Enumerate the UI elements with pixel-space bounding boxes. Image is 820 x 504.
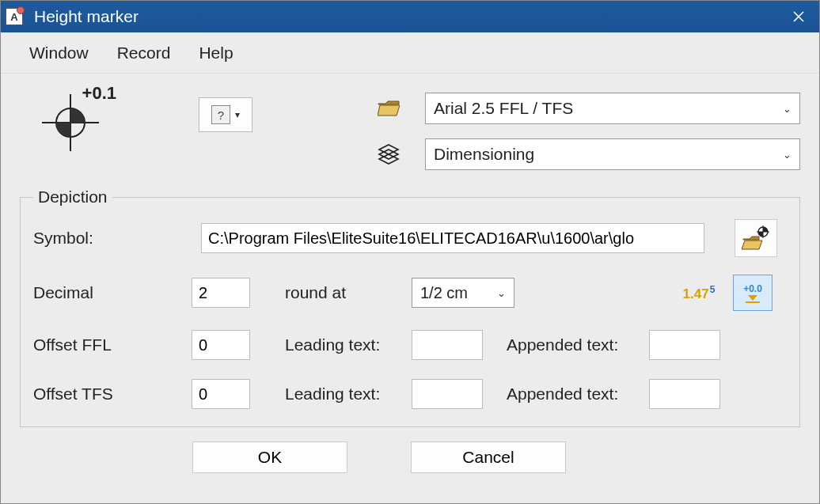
offset-tfs-input[interactable] — [192, 379, 250, 409]
leading-ffl-input[interactable] — [412, 330, 483, 360]
chevron-down-icon: ⌄ — [783, 103, 792, 115]
menu-record[interactable]: Record — [103, 39, 185, 67]
layer-select-value: Dimensioning — [434, 145, 534, 164]
offset-ffl-input[interactable] — [192, 330, 250, 360]
appended-ffl-input[interactable] — [649, 330, 720, 360]
appended-tfs-input[interactable] — [649, 379, 720, 409]
font-select[interactable]: Arial 2.5 FFL / TFS ⌄ — [425, 93, 800, 124]
round-at-value: 1/2 cm — [420, 284, 468, 302]
precision-sup: 5 — [710, 284, 716, 295]
precision-display-button[interactable]: 1.475 — [679, 275, 719, 311]
font-select-value: Arial 2.5 FFL / TFS — [434, 99, 573, 118]
symbol-label: Symbol: — [33, 229, 192, 248]
decimal-label: Decimal — [33, 283, 192, 302]
offset-ffl-label: Offset FFL — [33, 335, 192, 354]
chevron-down-icon: ⌄ — [783, 149, 792, 161]
cancel-button[interactable]: Cancel — [411, 441, 566, 473]
menubar: Window Record Help — [1, 32, 819, 74]
offset-tfs-label: Offset TFS — [33, 385, 192, 404]
precision-value: 1.47 — [683, 286, 709, 301]
round-at-label: round at — [285, 283, 412, 302]
leading-ffl-label: Leading text: — [285, 335, 412, 354]
down-triangle-icon — [748, 295, 757, 301]
app-icon: A — [6, 8, 23, 25]
menu-help[interactable]: Help — [184, 39, 247, 67]
depiction-legend: Depiction — [33, 188, 112, 207]
height-marker-graphic-label: +0.1 — [82, 83, 116, 104]
appended-tfs-label: Appended text: — [507, 385, 649, 404]
decimal-input[interactable] — [192, 278, 250, 308]
close-button[interactable] — [778, 1, 819, 32]
layers-icon — [377, 142, 401, 166]
symbol-path-input[interactable] — [201, 223, 704, 253]
layer-select[interactable]: Dimensioning ⌄ — [425, 138, 800, 170]
browse-symbol-button[interactable] — [735, 219, 777, 257]
baseline-icon — [746, 301, 760, 303]
question-icon: ? — [211, 105, 230, 124]
round-at-select[interactable]: 1/2 cm ⌄ — [412, 278, 514, 308]
chevron-down-icon: ▾ — [235, 109, 240, 120]
dialog-body: +0.1 ? ▾ Arial — [1, 74, 819, 503]
leading-tfs-label: Leading text: — [285, 385, 412, 404]
window-title: Height marker — [34, 7, 139, 26]
depiction-group: Depiction Symbol: Decimal — [20, 188, 800, 427]
zero-reference-button[interactable]: +0.0 — [733, 275, 773, 311]
folder-target-icon — [742, 225, 770, 251]
height-marker-graphic: +0.1 — [20, 83, 121, 162]
titlebar: A Height marker — [1, 1, 819, 32]
close-icon — [793, 11, 804, 22]
ok-button[interactable]: OK — [192, 441, 347, 473]
leading-tfs-input[interactable] — [412, 379, 483, 409]
symbol-picker-button[interactable]: ? ▾ — [199, 97, 252, 132]
folder-icon — [378, 100, 400, 116]
menu-window[interactable]: Window — [15, 39, 103, 67]
zero-reference-label: +0.0 — [743, 283, 762, 294]
appended-ffl-label: Appended text: — [507, 335, 649, 354]
chevron-down-icon: ⌄ — [497, 287, 506, 299]
